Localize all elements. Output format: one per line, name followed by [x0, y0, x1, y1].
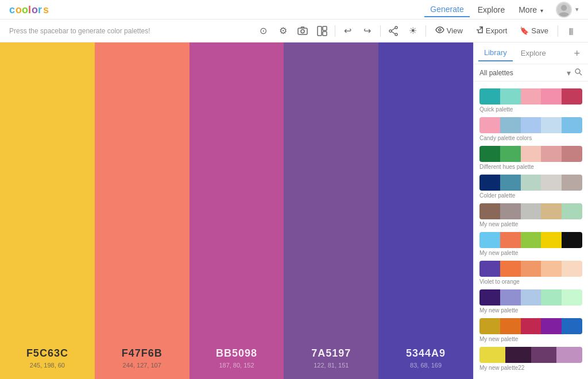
- sun-icon[interactable]: ☀: [405, 23, 421, 39]
- swatch: [562, 318, 582, 334]
- list-item[interactable]: Different hues palette: [474, 144, 588, 172]
- swatch: [500, 88, 521, 105]
- swatch: [479, 289, 500, 305]
- share-icon[interactable]: [385, 23, 401, 39]
- svg-rect-12: [323, 26, 327, 30]
- color-rgb: 244, 127, 107: [95, 362, 189, 369]
- color-rgb: 83, 68, 169: [378, 362, 473, 369]
- svg-rect-13: [323, 32, 327, 36]
- swatch: [500, 146, 521, 162]
- svg-line-22: [579, 73, 582, 75]
- chevron-down-filter-icon[interactable]: ▾: [567, 68, 571, 78]
- color-hex: F5C63C: [0, 347, 95, 359]
- export-button[interactable]: Export: [471, 24, 512, 38]
- layout-icon[interactable]: [314, 23, 330, 39]
- list-item[interactable]: Violet to orange: [474, 258, 588, 287]
- list-item[interactable]: My new palette: [474, 316, 588, 345]
- color-strip[interactable]: 5344A983, 68, 169: [378, 42, 473, 379]
- nav-explore[interactable]: Explore: [472, 3, 510, 17]
- swatch: [521, 175, 541, 191]
- add-palette-button[interactable]: +: [570, 47, 583, 60]
- list-item[interactable]: My new palette22: [474, 345, 588, 373]
- color-strip[interactable]: F5C63C245, 198, 60: [0, 42, 95, 379]
- palette-name: Colder palette: [479, 192, 582, 199]
- swatch: [562, 88, 582, 105]
- toolbar: Press the spacebar to generate color pal…: [0, 20, 588, 42]
- swatch: [521, 117, 541, 133]
- svg-point-8: [559, 12, 570, 18]
- bookmark-icon: 🔖: [520, 26, 529, 35]
- palette-name: My new palette22: [479, 365, 582, 371]
- swatch: [562, 232, 582, 248]
- color-strip[interactable]: F47F6B244, 127, 107: [95, 42, 189, 379]
- palette-swatches: [479, 232, 582, 248]
- palette-swatches: [479, 88, 582, 105]
- color-strip[interactable]: BB5098187, 80, 152: [189, 42, 284, 379]
- color-rgb: 245, 198, 60: [0, 362, 95, 369]
- swatch: [531, 347, 557, 363]
- swatch: [541, 117, 562, 133]
- nav-generate[interactable]: Generate: [424, 2, 469, 17]
- camera-icon[interactable]: ⊙: [256, 23, 272, 39]
- svg-point-7: [561, 5, 567, 10]
- svg-point-10: [301, 29, 304, 33]
- view-button[interactable]: View: [431, 23, 467, 38]
- palette-name: Violet to orange: [479, 279, 582, 285]
- list-item[interactable]: Candy palette colors: [474, 115, 588, 144]
- palette-name: Candy palette colors: [479, 135, 582, 141]
- sidebar-list: Quick paletteCandy palette colorsDiffere…: [474, 82, 588, 379]
- list-item[interactable]: My new palette: [474, 230, 588, 258]
- swatch: [500, 232, 521, 248]
- undo-icon[interactable]: ↩: [340, 23, 356, 39]
- toolbar-actions: ⊙ ⚙ ↩ ↪: [256, 23, 579, 39]
- divider-3: [425, 25, 426, 37]
- list-item[interactable]: Colder palette: [474, 172, 588, 201]
- svg-rect-9: [298, 28, 307, 34]
- settings-icon[interactable]: ⚙: [275, 23, 291, 39]
- palette-name: My new palette: [479, 221, 582, 227]
- tab-explore[interactable]: Explore: [515, 45, 552, 61]
- palette-swatches: [479, 347, 582, 363]
- list-item[interactable]: My new palette: [474, 201, 588, 230]
- swatch: [562, 261, 582, 277]
- svg-line-18: [392, 32, 395, 34]
- menu-icon[interactable]: |||: [563, 23, 579, 39]
- list-item[interactable]: My new palette: [474, 287, 588, 316]
- search-filter-icon[interactable]: [574, 68, 582, 78]
- view-label: View: [447, 26, 463, 35]
- nav-more[interactable]: More ▾: [513, 3, 549, 17]
- svg-rect-11: [318, 26, 322, 36]
- screenshot-icon[interactable]: [295, 23, 311, 39]
- top-nav: c o o l o r s Generate Explore More ▾ ▾: [0, 0, 588, 20]
- divider-1: [335, 25, 335, 37]
- svg-point-14: [389, 30, 392, 32]
- swatch: [541, 175, 562, 191]
- tab-library[interactable]: Library: [478, 45, 513, 61]
- eye-icon: [435, 25, 444, 36]
- swatch: [521, 261, 541, 277]
- save-button[interactable]: 🔖 Save: [515, 24, 553, 37]
- list-item[interactable]: Quick palette: [474, 86, 588, 115]
- sidebar-tabs: Library Explore +: [474, 42, 588, 64]
- color-rgb: 122, 81, 151: [284, 362, 378, 369]
- save-label: Save: [531, 26, 548, 35]
- svg-text:o: o: [22, 4, 28, 16]
- swatch: [479, 261, 500, 277]
- logo[interactable]: c o o l o r s: [9, 3, 55, 16]
- palette-swatches: [479, 261, 582, 277]
- toolbar-hint: Press the spacebar to generate color pal…: [9, 27, 256, 35]
- avatar[interactable]: [556, 2, 572, 18]
- swatch: [479, 203, 500, 219]
- palette-swatches: [479, 289, 582, 305]
- chevron-down-icon: ▾: [540, 7, 543, 14]
- redo-icon[interactable]: ↪: [359, 23, 376, 39]
- swatch: [562, 289, 582, 305]
- swatch: [479, 146, 500, 162]
- palette-swatches: [479, 203, 582, 219]
- color-strip[interactable]: 7A5197122, 81, 151: [284, 42, 378, 379]
- swatch: [541, 232, 562, 248]
- avatar-chevron[interactable]: ▾: [575, 6, 579, 13]
- swatch: [500, 261, 521, 277]
- svg-text:s: s: [43, 4, 49, 16]
- swatch: [562, 146, 582, 162]
